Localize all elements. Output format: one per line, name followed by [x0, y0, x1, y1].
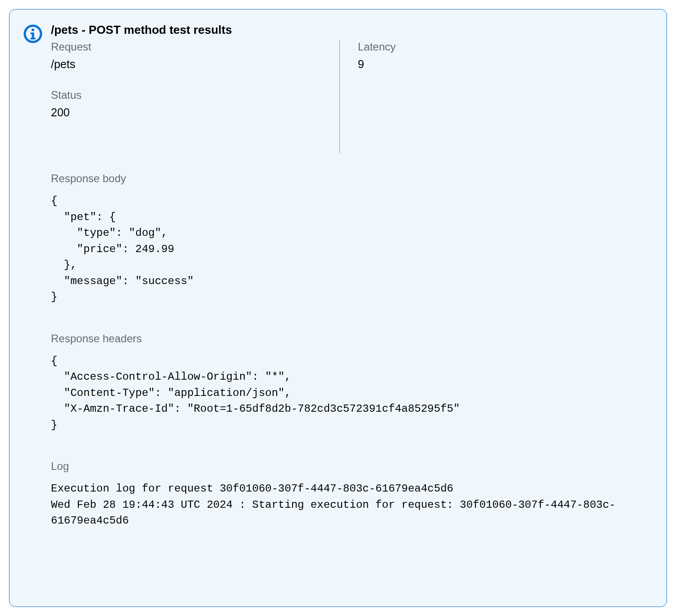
svg-rect-4 — [31, 38, 36, 40]
status-meta: Status 200 — [51, 89, 321, 119]
request-value: /pets — [51, 58, 321, 71]
panel-header: /pets - POST method test results Request… — [23, 23, 649, 153]
request-meta: Request /pets — [51, 41, 321, 71]
response-headers-section: Response headers { "Access-Control-Allow… — [51, 332, 649, 433]
panel-title: /pets - POST method test results — [51, 23, 649, 37]
latency-label: Latency — [358, 41, 396, 53]
latency-value: 9 — [358, 58, 396, 71]
meta-grid: Request /pets Status 200 Latency 9 — [51, 41, 649, 153]
latency-meta: Latency 9 — [358, 41, 396, 71]
status-label: Status — [51, 89, 321, 101]
meta-col-right: Latency 9 — [339, 41, 396, 153]
info-icon — [23, 24, 43, 44]
log-value: Execution log for request 30f01060-307f-… — [51, 481, 649, 529]
response-body-value: { "pet": { "type": "dog", "price": 249.9… — [51, 193, 649, 305]
content-body: Response body { "pet": { "type": "dog", … — [23, 172, 649, 529]
meta-col-left: Request /pets Status 200 — [51, 41, 339, 153]
log-section: Log Execution log for request 30f01060-3… — [51, 460, 649, 529]
svg-rect-3 — [31, 32, 34, 34]
svg-rect-1 — [32, 29, 34, 32]
log-label: Log — [51, 460, 649, 473]
response-body-label: Response body — [51, 172, 649, 185]
status-value: 200 — [51, 106, 321, 119]
response-headers-value: { "Access-Control-Allow-Origin": "*", "C… — [51, 353, 649, 433]
test-results-panel: /pets - POST method test results Request… — [9, 9, 667, 607]
response-headers-label: Response headers — [51, 332, 649, 345]
header-content: /pets - POST method test results Request… — [51, 23, 649, 153]
response-body-section: Response body { "pet": { "type": "dog", … — [51, 172, 649, 305]
request-label: Request — [51, 41, 321, 53]
